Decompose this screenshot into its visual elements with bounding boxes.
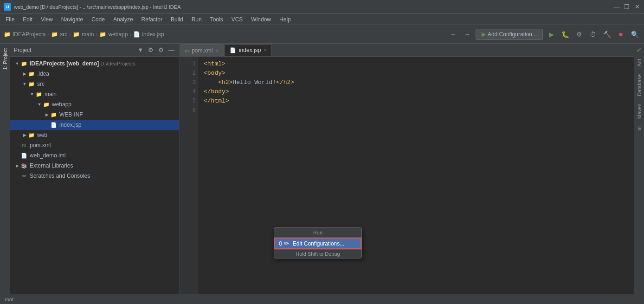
tree-item-icon: 📚 xyxy=(20,162,28,169)
window-controls: — ❐ ✕ xyxy=(613,4,640,10)
inspections-checkmark[interactable]: ✓ xyxy=(636,45,642,54)
menu-item-build[interactable]: Build xyxy=(167,15,187,24)
tree-item-scratches[interactable]: ✏Scratches and Consoles xyxy=(10,171,179,181)
breadcrumb-sep-4: › xyxy=(129,31,131,38)
breadcrumb-main[interactable]: 📁 main xyxy=(73,31,94,38)
toolbar: 📁 IDEAProjects › 📁 src › 📁 main › 📁 weba… xyxy=(0,25,644,44)
tree-item-indexjsp[interactable]: 📄index.jsp xyxy=(10,120,179,130)
tab-tab-indexjsp[interactable]: 📄index.jsp× xyxy=(225,44,272,56)
breadcrumb-src[interactable]: 📁 src xyxy=(51,31,67,38)
file-icon-indexjsp: 📄 xyxy=(133,31,140,38)
tree-item-label: External Libraries xyxy=(30,162,73,169)
folder-icon: 📁 xyxy=(4,31,11,38)
popup-container: Run 0 ✏ Edit Configurations... Hold Shif… xyxy=(274,227,362,259)
sidebar-item-project[interactable]: 1: Project xyxy=(1,45,9,72)
tree-item-extlibs[interactable]: ▶📚External Libraries xyxy=(10,161,179,171)
tree-item-main[interactable]: ▼📁main xyxy=(10,89,179,99)
navigate-forward-button[interactable]: → xyxy=(462,29,473,40)
menu-item-window[interactable]: Window xyxy=(247,15,275,24)
popup-item-label: Edit Configurations... xyxy=(293,240,344,247)
debug-button[interactable]: 🐛 xyxy=(560,29,571,40)
line-number: 6 xyxy=(181,106,196,115)
tree-item-icon: 📁 xyxy=(28,70,35,78)
menu-item-edit[interactable]: Edit xyxy=(19,15,36,24)
tree-item-icon: 📁 xyxy=(28,80,35,88)
menu-item-help[interactable]: Help xyxy=(276,15,295,24)
stop-button[interactable]: ■ xyxy=(615,29,626,40)
tree-item-icon: 📁 xyxy=(28,131,35,139)
tree-arrow: ▶ xyxy=(14,162,20,169)
menu-item-refactor[interactable]: Refactor xyxy=(138,15,166,24)
run-button[interactable]: ▶ xyxy=(546,29,557,40)
menu-item-navigate[interactable]: Navigate xyxy=(58,15,87,24)
popup-item-edit-configurations[interactable]: 0 ✏ Edit Configurations... xyxy=(274,238,361,249)
folder-icon-src: 📁 xyxy=(51,31,58,38)
title-left: IJ web_demo [D:\IdeaProjects] - ...\src\… xyxy=(4,3,181,11)
build-button[interactable]: 🔨 xyxy=(601,29,612,40)
project-panel-gear[interactable]: ⚙ xyxy=(157,45,165,54)
tree-item-label: WEB-INF xyxy=(59,111,83,118)
code-editor[interactable]: <html> <body> <h2>Hello World!</h2> </bo… xyxy=(198,57,634,294)
menu-item-file[interactable]: File xyxy=(2,15,18,24)
tree-item-iml[interactable]: 📄web_demo.iml xyxy=(10,150,179,161)
tree-arrow: ▶ xyxy=(21,132,28,138)
tree-arrow: ▼ xyxy=(29,91,35,97)
menu-item-analyze[interactable]: Analyze xyxy=(109,15,137,24)
minimize-button[interactable]: — xyxy=(613,4,620,10)
tree-item-icon: 📄 xyxy=(20,152,28,159)
tree-item-web[interactable]: ▶📁web xyxy=(10,130,179,140)
breadcrumb-indexjsp[interactable]: 📄 index.jsp xyxy=(133,31,164,38)
menu-bar: FileEditViewNavigateCodeAnalyzeRefactorB… xyxy=(0,14,644,25)
menu-item-vcs[interactable]: VCS xyxy=(228,15,247,24)
tree-item-src[interactable]: ▼📁src xyxy=(10,79,179,89)
menu-item-code[interactable]: Code xyxy=(88,15,109,24)
tree-item-webinf[interactable]: ▶📁WEB-INF xyxy=(10,110,179,120)
add-configuration-button[interactable]: ▶ Add Configuration... xyxy=(476,29,543,40)
sidebar-item-maven[interactable]: Maven xyxy=(636,101,643,122)
tab-icon: m xyxy=(185,48,189,53)
menu-item-view[interactable]: View xyxy=(37,15,57,24)
tree-item-webapp[interactable]: ▼📁webapp xyxy=(10,99,179,110)
tree-item-root[interactable]: ▼📁IDEAProjects [web_demo] D:\IdeaProject… xyxy=(10,58,179,69)
navigate-back-button[interactable]: ← xyxy=(448,29,459,40)
breadcrumb-sep-1: › xyxy=(47,31,49,38)
tree-item-label: index.jsp xyxy=(59,122,81,128)
tree-item-label: src xyxy=(37,81,45,87)
tree-item-icon: 📁 xyxy=(35,91,43,98)
profile-button[interactable]: ⏱ xyxy=(587,29,599,40)
tree-item-label: main xyxy=(45,91,57,97)
tree-item-label: web xyxy=(37,132,47,138)
breadcrumb-sep-2: › xyxy=(69,31,71,38)
menu-item-run[interactable]: Run xyxy=(188,15,206,24)
toolbar-right: ← → ▶ Add Configuration... ▶ 🐛 ⚙ ⏱ 🔨 ■ 🔍 xyxy=(448,29,640,40)
menu-item-tools[interactable]: Tools xyxy=(206,15,227,24)
project-panel-settings[interactable]: ⚙ xyxy=(147,45,155,54)
tab-tab-pom[interactable]: mpom.xml× xyxy=(180,44,224,56)
tree-item-pom[interactable]: mpom.xml xyxy=(10,140,179,150)
tree-item-label: web_demo.iml xyxy=(30,152,65,159)
line-number: 1 xyxy=(181,59,196,69)
tab-close-button[interactable]: × xyxy=(264,47,266,53)
project-panel-close[interactable]: — xyxy=(167,45,175,54)
project-panel-dropdown[interactable]: ▼ xyxy=(136,45,144,54)
breadcrumb-ideaprojects[interactable]: 📁 IDEAProjects xyxy=(4,31,45,38)
tree-item-idea[interactable]: ▶📁.idea xyxy=(10,69,179,79)
window-title: web_demo [D:\IdeaProjects] - ...\src\mai… xyxy=(14,4,181,10)
tree-item-icon: 📄 xyxy=(50,121,58,129)
search-everywhere-button[interactable]: 🔍 xyxy=(629,29,640,40)
editor-tabs: mpom.xml×📄index.jsp× xyxy=(180,44,634,57)
tree-arrow: ▼ xyxy=(21,81,28,87)
editor-wrapper: mpom.xml×📄index.jsp× 1 2 3 4 5 6 <html> … xyxy=(180,44,634,294)
editor-area: 1 2 3 4 5 6 <html> <body> <h2>Hello Worl… xyxy=(180,57,634,294)
breadcrumb-webapp[interactable]: 📁 webapp xyxy=(99,31,128,38)
sidebar-item-database[interactable]: Database xyxy=(636,71,643,99)
sidebar-item-m[interactable]: m xyxy=(636,123,643,133)
left-strip: 1: Project xyxy=(0,44,10,294)
close-button[interactable]: ✕ xyxy=(634,4,640,10)
sidebar-item-ant[interactable]: Ant xyxy=(636,56,643,70)
maximize-button[interactable]: ❐ xyxy=(624,4,630,10)
popup-edit-config-icon: 0 ✏ xyxy=(279,240,289,247)
coverage-button[interactable]: ⚙ xyxy=(573,29,585,40)
tab-close-button[interactable]: × xyxy=(216,48,219,53)
folder-icon-main: 📁 xyxy=(73,31,80,38)
